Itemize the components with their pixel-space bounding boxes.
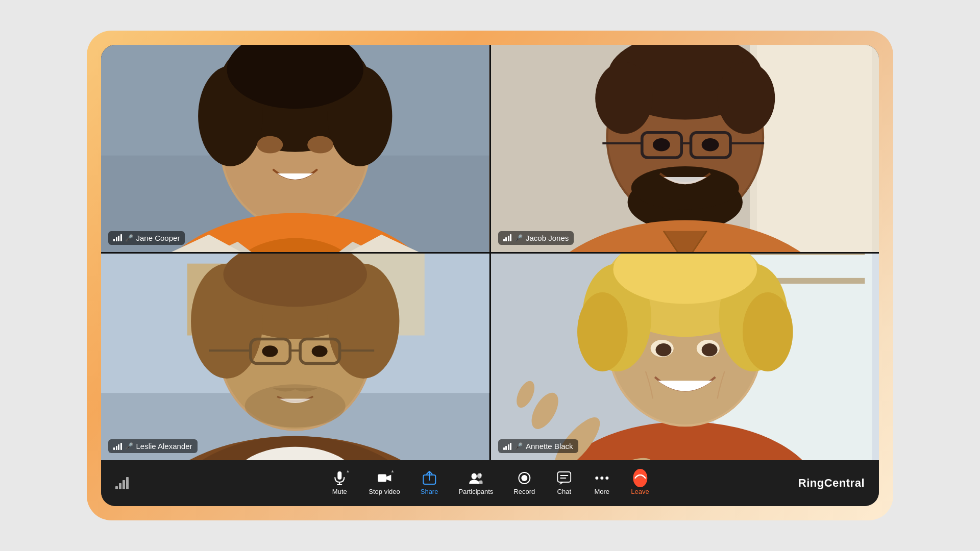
- svg-rect-65: [748, 284, 763, 321]
- mic-icon-annette: 🎤: [514, 442, 523, 450]
- video-cell-leslie: 🎤 Leslie Alexander: [101, 254, 489, 461]
- leave-button[interactable]: Leave: [622, 467, 658, 499]
- svg-point-56: [262, 345, 278, 357]
- svg-point-76: [577, 292, 628, 371]
- svg-point-47: [216, 254, 374, 339]
- svg-point-93: [477, 473, 482, 479]
- chat-icon: [557, 471, 571, 485]
- name-badge-leslie: 🎤 Leslie Alexander: [108, 439, 198, 453]
- svg-rect-16: [491, 45, 879, 252]
- svg-point-45: [217, 261, 373, 431]
- video-grid: 🎤 Jane Cooper: [101, 45, 879, 460]
- video-app: 🎤 Jane Cooper: [101, 45, 879, 506]
- svg-rect-64: [728, 285, 746, 320]
- signal-icon-annette: [503, 443, 512, 450]
- record-button[interactable]: Record: [504, 467, 544, 499]
- mic-icon-jane: 🎤: [125, 234, 133, 242]
- signal-icon-jacob: [503, 234, 512, 241]
- svg-rect-98: [557, 472, 571, 482]
- participant-name-leslie: Leslie Alexander: [136, 442, 192, 450]
- more-button[interactable]: More: [584, 467, 620, 499]
- svg-point-101: [595, 477, 598, 480]
- share-label: Share: [421, 488, 438, 495]
- svg-point-58: [245, 384, 346, 428]
- record-label: Record: [513, 488, 535, 495]
- brand-logo: RingCentral: [798, 477, 865, 490]
- svg-point-21: [606, 52, 764, 224]
- participant-name-jane: Jane Cooper: [136, 234, 180, 242]
- mute-label: Mute: [332, 488, 347, 495]
- svg-rect-61: [714, 254, 872, 461]
- mic-icon-jacob: 🎤: [514, 234, 523, 242]
- svg-point-23: [607, 45, 763, 119]
- svg-point-71: [609, 263, 761, 424]
- svg-point-22: [608, 54, 762, 222]
- svg-point-97: [521, 475, 527, 481]
- toolbar-left: [115, 477, 131, 489]
- svg-rect-37: [101, 254, 489, 461]
- svg-point-92: [472, 473, 477, 479]
- svg-rect-15: [491, 45, 879, 252]
- svg-rect-59: [491, 254, 879, 461]
- svg-point-26: [627, 173, 742, 231]
- name-badge-jacob: 🎤 Jacob Jones: [498, 231, 574, 245]
- chat-button[interactable]: Chat: [546, 467, 582, 499]
- mute-caret: ▲: [346, 469, 350, 473]
- participants-icon: [469, 471, 483, 485]
- mute-button[interactable]: ▲ Mute: [322, 467, 357, 499]
- svg-point-68: [534, 429, 836, 460]
- svg-point-81: [701, 343, 717, 356]
- svg-rect-38: [101, 254, 489, 393]
- svg-point-102: [600, 477, 603, 480]
- svg-point-48: [191, 263, 263, 378]
- svg-rect-18: [757, 45, 872, 252]
- svg-point-19: [520, 249, 850, 252]
- svg-rect-60: [706, 254, 879, 461]
- participants-button[interactable]: Participants: [449, 467, 502, 499]
- svg-point-27: [631, 166, 739, 210]
- svg-rect-86: [337, 471, 341, 480]
- name-badge-jane: 🎤 Jane Cooper: [108, 231, 185, 245]
- svg-rect-29: [691, 133, 730, 158]
- svg-rect-89: [378, 474, 386, 482]
- video-cell-annette: 🎤 Annette Black: [491, 254, 879, 461]
- svg-point-103: [605, 477, 608, 480]
- svg-point-78: [650, 339, 673, 357]
- stop-video-label: Stop video: [369, 488, 400, 495]
- svg-point-74: [719, 263, 788, 371]
- mic-icon-leslie: 🎤: [125, 442, 133, 450]
- participants-label: Participants: [458, 488, 493, 495]
- mute-icon: ▲: [332, 471, 347, 485]
- svg-point-46: [219, 263, 371, 429]
- stop-video-button[interactable]: ▲ Stop video: [359, 467, 409, 499]
- svg-rect-39: [353, 254, 425, 336]
- share-button[interactable]: Share: [411, 467, 448, 499]
- svg-point-72: [604, 254, 765, 337]
- name-badge-annette: 🎤 Annette Black: [498, 439, 578, 453]
- svg-point-33: [652, 138, 670, 151]
- connection-signal: [115, 477, 131, 489]
- brand-ring: Ring: [798, 477, 824, 489]
- outer-container: 🎤 Jane Cooper: [87, 31, 893, 520]
- participant-name-jacob: Jacob Jones: [526, 234, 569, 242]
- svg-rect-40: [187, 263, 245, 335]
- chat-label: Chat: [557, 488, 571, 495]
- svg-rect-28: [642, 133, 681, 158]
- signal-icon-leslie: [113, 443, 122, 450]
- svg-point-35: [527, 220, 843, 252]
- svg-point-57: [312, 345, 328, 357]
- signal-icon-jane: [113, 234, 122, 241]
- svg-point-75: [613, 254, 757, 304]
- svg-point-85: [512, 378, 537, 410]
- svg-rect-66: [765, 282, 777, 321]
- leave-label: Leave: [631, 488, 649, 495]
- svg-point-69: [548, 421, 821, 460]
- svg-point-24: [595, 62, 653, 134]
- svg-point-79: [696, 339, 719, 357]
- toolbar: ▲ Mute ▲ Stop video: [101, 460, 879, 506]
- svg-point-34: [701, 138, 719, 151]
- svg-rect-63: [721, 278, 865, 283]
- more-icon: [595, 471, 609, 485]
- participant-name-annette: Annette Black: [526, 442, 573, 450]
- svg-point-84: [526, 388, 564, 433]
